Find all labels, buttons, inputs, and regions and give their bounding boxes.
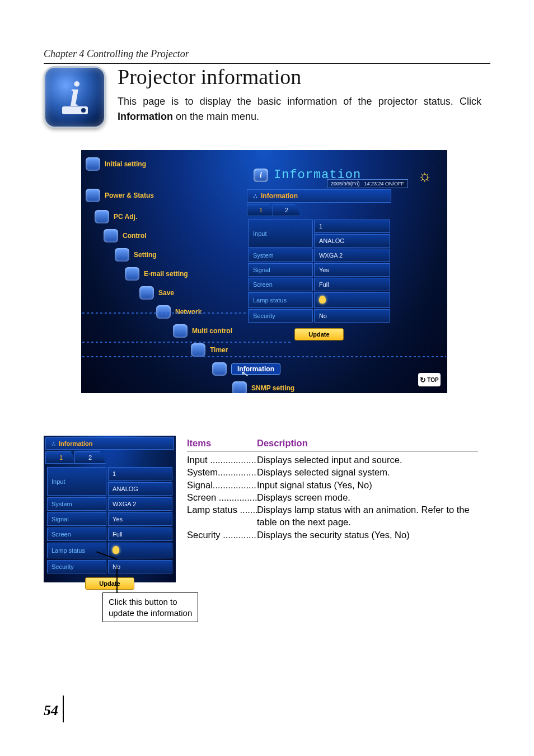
col-description: Description bbox=[257, 438, 478, 449]
lamp-status-cell bbox=[314, 292, 390, 308]
info-table-small: Input1 ANALOG SystemWXGA 2 SignalYes Scr… bbox=[45, 465, 174, 575]
monitor-icon bbox=[95, 210, 109, 223]
update-button-small[interactable]: Update bbox=[85, 577, 134, 590]
sun-icon: ☼ bbox=[413, 164, 437, 188]
wrench-icon bbox=[115, 248, 129, 262]
section-title: Projector information bbox=[118, 64, 301, 89]
mail-icon bbox=[125, 267, 139, 281]
clock-icon bbox=[191, 343, 205, 357]
datetime-badge: 2005/9/9(Fri)14:23:24 ON/OFF bbox=[327, 179, 408, 188]
tab-2-small[interactable]: 2 bbox=[74, 451, 106, 464]
panel-header: ⛬Information bbox=[247, 189, 391, 203]
tab-1[interactable]: 1 bbox=[247, 204, 275, 216]
lamp-icon bbox=[319, 296, 326, 304]
items-description-table: Items Description Input ................… bbox=[187, 438, 478, 541]
screenshot-main: i Information 2005/9/9(Fri)14:23:24 ON/O… bbox=[81, 150, 447, 393]
tab-1-small[interactable]: 1 bbox=[45, 451, 77, 464]
multi-icon bbox=[173, 324, 188, 338]
info-icon bbox=[212, 362, 227, 376]
screenshot-detail: ⛬Information 1 2 Input1 ANALOG SystemWXG… bbox=[44, 436, 176, 582]
callout-text: Click this button toupdate the informati… bbox=[102, 592, 198, 622]
sliders-icon bbox=[104, 229, 118, 242]
top-button[interactable]: TOP bbox=[418, 373, 441, 386]
information-section-icon: i bbox=[44, 66, 106, 128]
lamp-icon bbox=[113, 546, 119, 554]
page-number: 54 bbox=[44, 702, 58, 719]
update-button[interactable]: Update bbox=[294, 328, 344, 340]
tab-2[interactable]: 2 bbox=[273, 204, 301, 216]
save-icon bbox=[139, 286, 154, 300]
gear-icon bbox=[86, 157, 100, 171]
sidebar-item-initial-setting[interactable]: Initial setting bbox=[86, 156, 294, 172]
info-table: Input1 ANALOG SystemWXGA 2 SignalYes Scr… bbox=[247, 218, 391, 324]
info-panel: ⛬Information 1 2 Input1 ANALOG SystemWXG… bbox=[247, 189, 391, 340]
power-icon bbox=[86, 189, 100, 202]
chapter-heading: Chapter 4 Controlling the Projector bbox=[44, 48, 490, 64]
page-rule bbox=[63, 696, 64, 722]
intro-paragraph: This page is to display the basic inform… bbox=[118, 94, 481, 124]
sidebar-item-snmp[interactable]: SNMP setting bbox=[232, 380, 294, 393]
network-icon bbox=[156, 305, 171, 319]
callout-pointer bbox=[116, 567, 118, 592]
col-items: Items bbox=[187, 438, 257, 449]
panel-header-small: ⛬Information bbox=[45, 437, 174, 450]
sidebar-item-information[interactable]: Information bbox=[212, 361, 294, 377]
snmp-icon bbox=[232, 381, 247, 393]
